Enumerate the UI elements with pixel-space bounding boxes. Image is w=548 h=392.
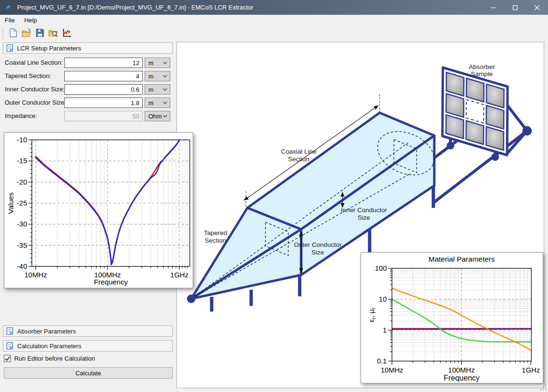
svg-text:-10: -10: [17, 136, 27, 144]
chevron-down-icon: [163, 61, 167, 64]
open-folder-icon: [21, 28, 32, 38]
svg-text:Material Parameters: Material Parameters: [429, 255, 495, 263]
menu-help[interactable]: Help: [20, 15, 42, 25]
field-label: Coaxial Line Section:: [5, 58, 63, 68]
material-parameters-chart: 1001010.110MHz100MHz1GHzFrequencyMateria…: [361, 253, 544, 384]
outer-conductor-input[interactable]: [64, 98, 143, 108]
svg-text:εr, μr: εr, μr: [367, 307, 376, 322]
title-bar: Project_MVG_UF_6_7.in [D:/Demo/Project_M…: [0, 0, 548, 15]
svg-text:Sample: Sample: [471, 70, 493, 78]
close-button[interactable]: [526, 0, 548, 15]
coaxial-line-input[interactable]: [64, 58, 143, 68]
section-doc-icon: [6, 327, 13, 335]
run-editor-label: Run Editor before Calculation: [14, 355, 95, 362]
section-lcr-setup[interactable]: LCR Setup Parameters: [3, 42, 173, 54]
impedance-input: [64, 111, 143, 121]
section-doc-icon: [6, 342, 13, 350]
toolbar: [0, 26, 548, 40]
run-editor-checkbox[interactable]: [4, 355, 11, 362]
window-controls: [482, 0, 548, 15]
svg-text:Frequency: Frequency: [444, 374, 480, 382]
menu-file[interactable]: File: [0, 15, 20, 25]
inner-unit-dropdown[interactable]: m: [145, 84, 170, 95]
svg-text:Section: Section: [205, 237, 226, 244]
chevron-down-icon: [163, 115, 167, 118]
svg-text:-20: -20: [17, 178, 27, 186]
app-logo-icon: [5, 3, 13, 11]
toolbar-grip: [2, 28, 4, 38]
menu-bar: File Help: [0, 15, 548, 26]
impedance-unit-dropdown[interactable]: Ohm: [145, 111, 170, 121]
chevron-down-icon: [163, 88, 167, 91]
svg-text:10MHz: 10MHz: [24, 271, 47, 279]
inner-conductor-label: Inner Conductor: [341, 206, 387, 214]
run-editor-row: Run Editor before Calculation: [4, 355, 95, 362]
section-lcr-label: LCR Setup Parameters: [17, 45, 81, 52]
section-calculation-label: Calculation Parameters: [17, 343, 81, 350]
section-calculation-parameters[interactable]: Calculation Parameters: [3, 340, 173, 352]
coax-section-label: Coaxial Line: [281, 148, 316, 155]
maximize-button[interactable]: [504, 0, 526, 15]
minimize-button[interactable]: [482, 0, 504, 15]
field-label: Impedance:: [5, 111, 37, 121]
new-file-button[interactable]: [7, 27, 20, 39]
outer-conductor-label: Outer Conductor: [294, 241, 342, 248]
svg-text:10: 10: [379, 295, 387, 303]
chevron-down-icon: [163, 75, 167, 78]
svg-text:-25: -25: [17, 199, 27, 207]
svg-text:Frequency: Frequency: [94, 278, 128, 286]
material-parameters-chart-window: 1001010.110MHz100MHz1GHzFrequencyMateria…: [361, 252, 543, 383]
save-icon: [35, 28, 45, 38]
tapered-section-label: Tapered: [204, 229, 227, 236]
section-doc-icon: [6, 44, 13, 52]
chevron-down-icon: [163, 101, 167, 104]
tapered-section-input[interactable]: [64, 71, 143, 81]
svg-text:0.1: 0.1: [377, 357, 387, 365]
svg-text:10MHz: 10MHz: [381, 366, 403, 374]
minimize-icon: [489, 4, 498, 11]
values-chart: -10-15-20-25-30-35-4010MHz100MHz1GHzFreq…: [4, 133, 194, 289]
folder-search-icon: [48, 28, 59, 38]
new-file-icon: [8, 28, 19, 38]
field-label: Inner Conductor Size:: [5, 84, 65, 95]
calculate-button[interactable]: Calculate: [4, 367, 173, 379]
section-absorber-label: Absorber Parameters: [17, 328, 76, 335]
svg-text:1: 1: [383, 326, 387, 334]
svg-text:Size: Size: [358, 214, 370, 221]
maximize-icon: [510, 4, 520, 11]
coaxial-unit-dropdown[interactable]: m: [145, 58, 170, 68]
inner-conductor-input[interactable]: [64, 84, 143, 95]
svg-text:Values: Values: [7, 193, 15, 214]
app-window: Project_MVG_UF_6_7.in [D:/Demo/Project_M…: [0, 0, 548, 392]
svg-text:-35: -35: [17, 241, 27, 249]
browse-results-button[interactable]: [47, 27, 59, 39]
field-label: Outer Conductor Size:: [5, 98, 66, 108]
check-icon: [4, 355, 10, 362]
values-chart-window: -10-15-20-25-30-35-4010MHz100MHz1GHzFreq…: [4, 132, 193, 288]
resize-grip[interactable]: [540, 384, 547, 391]
svg-text:100MHz: 100MHz: [448, 366, 475, 374]
svg-text:-15: -15: [17, 157, 27, 165]
section-absorber-parameters[interactable]: Absorber Parameters: [3, 325, 173, 337]
svg-text:100: 100: [375, 264, 387, 272]
svg-text:-30: -30: [17, 220, 27, 228]
svg-text:-40: -40: [17, 262, 27, 270]
save-project-button[interactable]: [34, 27, 46, 39]
open-project-button[interactable]: [20, 27, 33, 39]
field-label: Tapered Section:: [5, 71, 51, 81]
plot-chart-icon: [61, 28, 72, 38]
window-title: Project_MVG_UF_6_7.in [D:/Demo/Project_M…: [17, 4, 253, 11]
plot-results-button[interactable]: [60, 27, 73, 39]
svg-text:Section: Section: [288, 156, 309, 163]
apex-joint: [187, 294, 196, 303]
outer-unit-dropdown[interactable]: m: [145, 98, 170, 108]
tapered-unit-dropdown[interactable]: m: [145, 71, 170, 81]
absorber-sample-label: Absorber: [469, 63, 495, 70]
svg-text:1GHz: 1GHz: [170, 271, 188, 279]
svg-text:Size: Size: [312, 249, 324, 256]
close-icon: [532, 4, 542, 11]
svg-text:1GHz: 1GHz: [522, 366, 540, 374]
